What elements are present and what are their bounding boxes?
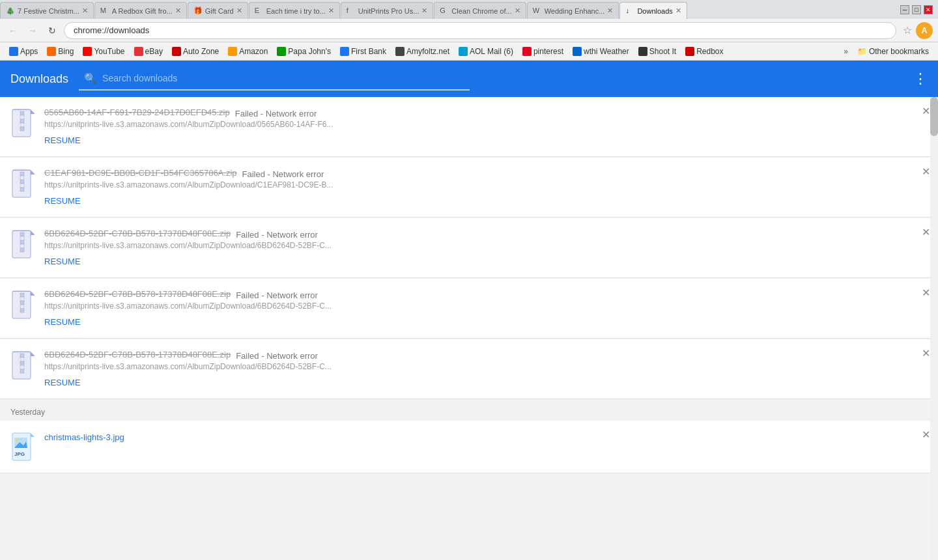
- svg-rect-3: [12, 109, 31, 110]
- download-url: https://unitprints-live.s3.amazonaws.com…: [44, 241, 370, 250]
- resume-button[interactable]: RESUME: [44, 196, 81, 206]
- download-item: 6BD6264D-52BF-C78B-B578-17378D48F08E.zip…: [0, 339, 938, 399]
- svg-rect-36: [20, 297, 24, 301]
- tab-favicon: ↓: [625, 7, 634, 16]
- svg-rect-33: [12, 291, 31, 292]
- bookmark-label: Redbox: [696, 47, 723, 56]
- bookmark-favicon: [395, 47, 405, 56]
- back-button[interactable]: ←: [5, 23, 21, 38]
- title-bar: 🎄 7 Festive Christm... ✕ M A Redbox Gift…: [0, 0, 938, 19]
- tab-favicon: 🎄: [6, 7, 15, 16]
- tab-tab4[interactable]: E Each time i try to... ✕: [249, 2, 340, 19]
- bookmark-bm-fb[interactable]: First Bank: [336, 46, 390, 57]
- other-bookmarks-label: Other bookmarks: [869, 47, 929, 56]
- bookmark-bm-bing[interactable]: Bing: [43, 46, 78, 57]
- download-info: 6BD6264D-52BF-C78B-B578-17378D48F08E.zip…: [44, 289, 928, 328]
- bookmark-label: wthi Weather: [584, 47, 629, 56]
- bookmark-favicon: [83, 47, 92, 56]
- svg-rect-46: [20, 357, 24, 361]
- tab-close-button[interactable]: ✕: [79, 7, 88, 15]
- tab-tab7[interactable]: W Wedding Enhanc... ✕: [527, 2, 619, 19]
- bookmark-label: Shoot It: [649, 47, 676, 56]
- tab-tab6[interactable]: G Clean Chrome of... ✕: [434, 2, 526, 19]
- download-item: C1EAF981-DC9E-BB0B-CD1F-B54FC365786A.zip…: [0, 158, 938, 217]
- bookmark-bm-gmail[interactable]: Amyfoltz.net: [391, 46, 453, 57]
- remove-download-button[interactable]: ✕: [922, 165, 930, 178]
- tab-close-button[interactable]: ✕: [234, 7, 242, 15]
- svg-rect-29: [20, 248, 24, 252]
- download-item-yesterday: JPG christmas-lights-3.jpg ✕: [0, 421, 938, 473]
- download-status: Failed - Network error: [236, 230, 318, 240]
- remove-download-button[interactable]: ✕: [922, 428, 930, 441]
- download-info: christmas-lights-3.jpg: [44, 431, 928, 443]
- svg-rect-42: [31, 356, 35, 356]
- reload-button[interactable]: ↻: [44, 23, 60, 38]
- download-status: Failed - Network error: [236, 290, 318, 300]
- search-input[interactable]: [102, 73, 464, 83]
- bookmark-bm-apps[interactable]: Apps: [5, 46, 42, 57]
- bookmark-label: Auto Zone: [183, 47, 219, 56]
- scrollbar-thumb[interactable]: [930, 97, 938, 136]
- forward-button[interactable]: →: [25, 23, 40, 38]
- resume-button[interactable]: RESUME: [44, 378, 81, 387]
- content-area: 0565AB60-14AF-F691-7B29-24D17D0EFD45.zip…: [0, 97, 938, 560]
- other-bookmarks-button[interactable]: 📁 Other bookmarks: [853, 46, 933, 57]
- download-url: https://unitprints-live.s3.amazonaws.com…: [44, 180, 370, 189]
- svg-marker-31: [31, 291, 35, 295]
- bookmark-bm-wthi[interactable]: wthi Weather: [569, 46, 633, 57]
- svg-rect-47: [20, 361, 24, 365]
- download-url: https://unitprints-live.s3.amazonaws.com…: [44, 362, 370, 371]
- tab-tab5[interactable]: f UnitPrints Pro Us... ✕: [341, 2, 434, 19]
- remove-download-button[interactable]: ✕: [922, 226, 930, 238]
- file-icon: [10, 107, 36, 139]
- tab-label: Gift Card: [205, 7, 234, 15]
- bookmark-bm-redbox[interactable]: Redbox: [681, 46, 727, 57]
- resume-button[interactable]: RESUME: [44, 135, 81, 145]
- tab-tab3[interactable]: 🎁 Gift Card ✕: [188, 2, 248, 19]
- tab-close-button[interactable]: ✕: [673, 7, 681, 15]
- tab-close-button[interactable]: ✕: [326, 7, 334, 15]
- bookmarks-overflow-button[interactable]: »: [840, 46, 852, 57]
- search-bar[interactable]: 🔍: [79, 67, 470, 91]
- tab-label: A Redbox Gift fro...: [112, 7, 173, 15]
- more-options-button[interactable]: ⋮: [913, 70, 928, 87]
- bookmark-bm-pj[interactable]: Papa John's: [273, 46, 335, 57]
- minimize-button[interactable]: ─: [900, 5, 909, 14]
- bookmark-label: eBay: [145, 47, 163, 56]
- bookmark-bm-amazon[interactable]: Amazon: [224, 46, 272, 57]
- bookmark-favicon: [638, 47, 647, 56]
- resume-button[interactable]: RESUME: [44, 257, 81, 266]
- url-bar[interactable]: chrome://downloads: [64, 22, 896, 39]
- scrollbar-track[interactable]: [930, 97, 938, 560]
- remove-download-button[interactable]: ✕: [922, 105, 930, 117]
- tab-close-button[interactable]: ✕: [512, 7, 520, 15]
- tab-tab1[interactable]: 🎄 7 Festive Christm... ✕: [0, 2, 94, 19]
- tab-close-button[interactable]: ✕: [173, 7, 181, 15]
- download-item: 6BD6264D-52BF-C78B-B578-17378D48F08E.zip…: [0, 218, 938, 278]
- tab-close-button[interactable]: ✕: [604, 7, 613, 15]
- bookmark-label: Amazon: [239, 47, 268, 56]
- bookmark-bm-youtube[interactable]: YouTube: [79, 46, 128, 57]
- download-info: 6BD6264D-52BF-C78B-B578-17378D48F08E.zip…: [44, 229, 928, 267]
- tab-tab8[interactable]: ↓ Downloads ✕: [619, 2, 687, 19]
- close-button[interactable]: ✕: [924, 5, 933, 14]
- tab-tab2[interactable]: M A Redbox Gift fro... ✕: [94, 2, 187, 19]
- bookmark-label: AOL Mail (6): [470, 47, 513, 56]
- profile-button[interactable]: A: [916, 22, 933, 39]
- tab-close-button[interactable]: ✕: [419, 7, 427, 15]
- resume-button[interactable]: RESUME: [44, 317, 81, 327]
- bookmark-star-icon[interactable]: ☆: [903, 24, 912, 36]
- bookmark-bm-aol[interactable]: AOL Mail (6): [455, 46, 517, 57]
- svg-rect-8: [20, 123, 24, 127]
- restore-button[interactable]: □: [912, 5, 921, 14]
- bookmark-bm-pin[interactable]: pinterest: [519, 46, 567, 57]
- remove-download-button[interactable]: ✕: [922, 347, 930, 359]
- svg-rect-12: [31, 174, 35, 175]
- remove-download-button[interactable]: ✕: [922, 287, 930, 299]
- download-status-row: C1EAF981-DC9E-BB0B-CD1F-B54FC365786A.zip…: [44, 168, 928, 180]
- bookmark-bm-shoot[interactable]: Shoot It: [634, 46, 680, 57]
- bookmark-bm-ebay[interactable]: eBay: [130, 46, 167, 57]
- download-filename: 0565AB60-14AF-F691-7B29-24D17D0EFD45.zip: [44, 107, 230, 117]
- bookmark-bm-autozone[interactable]: Auto Zone: [168, 46, 223, 57]
- tab-favicon: G: [440, 7, 449, 16]
